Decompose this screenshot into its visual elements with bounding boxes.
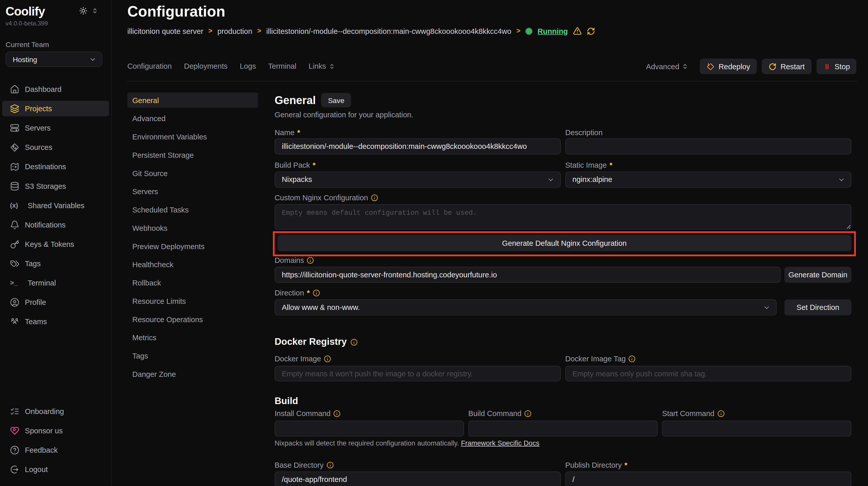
framework-docs-link[interactable]: Framework Specific Docs	[461, 440, 539, 447]
build-pack-select[interactable]: Nixpacks	[275, 171, 561, 188]
redeploy-button[interactable]: Redeploy	[700, 59, 757, 74]
description-input[interactable]	[565, 138, 851, 155]
subnav-item-environment-variables[interactable]: Environment Variables	[127, 129, 258, 144]
team-select[interactable]: Hosting	[6, 52, 102, 67]
subnav-item-metrics[interactable]: Metrics	[127, 330, 258, 345]
advanced-menu[interactable]: Advanced	[646, 62, 688, 71]
subnav-item-preview-deployments[interactable]: Preview Deployments	[127, 238, 258, 254]
static-image-select[interactable]: nginx:alpine	[565, 171, 851, 188]
sidebar-item-keys-tokens[interactable]: Keys & Tokens	[0, 236, 111, 252]
subnav-item-general[interactable]: General	[127, 92, 258, 108]
subnav-item-scheduled-tasks[interactable]: Scheduled Tasks	[127, 202, 258, 218]
theme-sun-icon[interactable]	[79, 7, 88, 15]
sidebar-item-logout[interactable]: Logout	[0, 461, 111, 477]
subnav-item-webhooks[interactable]: Webhooks	[127, 220, 258, 236]
required-asterisk: *	[624, 461, 627, 469]
docker-image-tag-label: Docker Image Tag	[565, 355, 626, 363]
info-icon[interactable]	[326, 461, 334, 469]
tab-links[interactable]: Links	[309, 62, 335, 70]
brand-logo[interactable]: Coolify	[6, 4, 45, 19]
generate-nginx-button[interactable]: Generate Default Nginx Configuration	[277, 235, 851, 251]
info-icon[interactable]	[524, 410, 531, 417]
bell-icon	[10, 220, 19, 229]
sidebar-item-onboarding[interactable]: Onboarding	[0, 403, 111, 419]
sidebar-item-servers[interactable]: Servers	[0, 120, 111, 136]
subnav-item-advanced[interactable]: Advanced	[127, 111, 258, 126]
sidebar-item-shared-variables[interactable]: (x) Shared Variables	[0, 197, 111, 213]
generate-domain-button[interactable]: Generate Domain	[784, 267, 851, 283]
info-icon[interactable]	[313, 289, 320, 296]
info-icon[interactable]	[371, 194, 378, 201]
help-circle-icon	[10, 445, 19, 455]
direction-select[interactable]: Allow www & non-www.	[275, 299, 777, 316]
sidebar-item-teams[interactable]: Teams	[0, 314, 111, 329]
subnav-item-servers[interactable]: Servers	[127, 184, 258, 199]
home-icon	[10, 85, 19, 94]
breadcrumb: illicitonion quote server > production >…	[127, 27, 595, 35]
start-command-input[interactable]	[662, 421, 851, 436]
static-image-label: Static Image	[565, 161, 607, 169]
publish-directory-input[interactable]	[565, 472, 851, 486]
restart-button[interactable]: Restart	[762, 59, 811, 74]
sidebar-item-profile[interactable]: Profile	[0, 294, 111, 310]
required-asterisk: *	[313, 161, 315, 169]
theme-chevrons-icon[interactable]	[92, 7, 98, 14]
base-directory-label: Base Directory	[275, 461, 324, 469]
docker-image-input[interactable]	[275, 366, 561, 381]
info-icon[interactable]	[717, 410, 724, 417]
build-command-input[interactable]	[468, 421, 658, 436]
docker-image-tag-input[interactable]	[565, 366, 851, 381]
tab-deployments[interactable]: Deployments	[184, 62, 227, 70]
breadcrumb-environment[interactable]: production	[217, 27, 252, 35]
sidebar-item-s3-storages[interactable]: S3 Storages	[0, 178, 111, 194]
sidebar-item-projects[interactable]: Projects	[2, 101, 109, 116]
warning-icon[interactable]	[573, 27, 582, 35]
save-button[interactable]: Save	[321, 93, 351, 107]
nixpacks-note: Nixpacks will detect the required config…	[275, 440, 540, 447]
subnav-item-danger-zone[interactable]: Danger Zone	[127, 366, 258, 382]
sidebar-footer-nav: Onboarding Sponsor us Feedback Logout	[0, 403, 111, 481]
tab-logs[interactable]: Logs	[240, 62, 256, 70]
info-icon[interactable]	[324, 355, 331, 362]
general-heading: General	[275, 94, 316, 107]
status-dot	[525, 28, 532, 35]
sidebar-item-feedback[interactable]: Feedback	[0, 442, 111, 458]
status-badge[interactable]: Running	[537, 27, 568, 35]
sidebar-item-sponsor[interactable]: Sponsor us	[0, 423, 111, 439]
base-directory-input[interactable]	[275, 472, 561, 486]
sidebar-item-sources[interactable]: Sources	[0, 139, 111, 155]
sidebar-item-label: Teams	[25, 317, 47, 326]
sidebar-item-dashboard[interactable]: Dashboard	[0, 82, 111, 97]
info-icon[interactable]	[628, 355, 636, 362]
refresh-icon[interactable]	[587, 27, 595, 35]
subnav-item-git-source[interactable]: Git Source	[127, 165, 258, 181]
info-icon[interactable]	[307, 257, 314, 264]
info-icon[interactable]	[350, 338, 358, 346]
stop-button[interactable]: Stop	[816, 59, 857, 74]
subnav-item-rollback[interactable]: Rollback	[127, 275, 258, 291]
sidebar-item-label: Shared Variables	[28, 201, 85, 210]
install-command-label: Install Command	[275, 410, 331, 418]
chevron-down-icon	[837, 175, 845, 183]
sidebar-nav: Dashboard Projects Servers Sources Desti…	[0, 82, 111, 333]
tab-configuration[interactable]: Configuration	[127, 62, 172, 70]
breadcrumb-project[interactable]: illicitonion quote server	[127, 27, 204, 35]
subnav-item-persistent-storage[interactable]: Persistent Storage	[127, 147, 258, 163]
info-icon[interactable]	[334, 410, 341, 417]
breadcrumb-application[interactable]: illicitestonion/-module--decomposition:m…	[266, 27, 512, 35]
sidebar-item-notifications[interactable]: Notifications	[0, 217, 111, 232]
sidebar-item-tags[interactable]: Tags	[0, 256, 111, 271]
tab-terminal[interactable]: Terminal	[268, 62, 296, 70]
sidebar-item-destinations[interactable]: Destinations	[0, 159, 111, 174]
set-direction-button[interactable]: Set Direction	[784, 299, 851, 316]
subnav-item-resource-operations[interactable]: Resource Operations	[127, 312, 258, 327]
subnav-item-healthcheck[interactable]: Healthcheck	[127, 257, 258, 272]
database-icon	[10, 181, 19, 191]
sidebar-item-terminal[interactable]: >_ Terminal	[0, 275, 111, 291]
subnav-item-resource-limits[interactable]: Resource Limits	[127, 293, 258, 309]
name-input[interactable]	[275, 138, 561, 155]
subnav-item-tags[interactable]: Tags	[127, 348, 258, 364]
install-command-input[interactable]	[275, 421, 464, 436]
domains-input[interactable]	[275, 267, 781, 283]
nginx-config-textarea[interactable]	[275, 204, 851, 229]
